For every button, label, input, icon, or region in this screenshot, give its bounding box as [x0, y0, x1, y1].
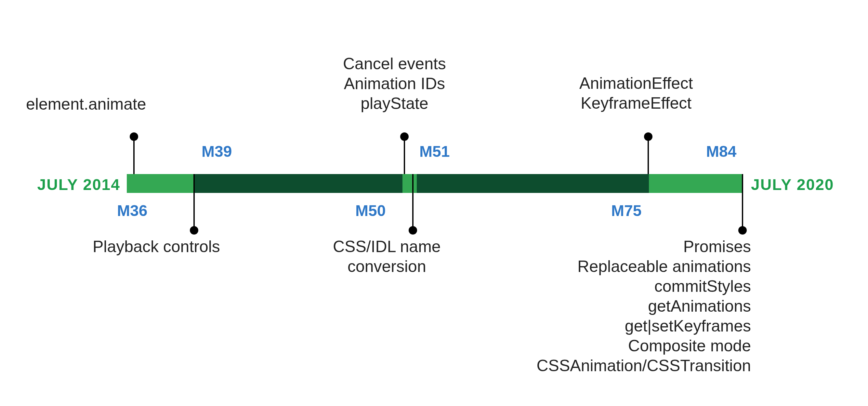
stem-m39 [193, 174, 195, 230]
timeline-bar-light-right [649, 174, 743, 193]
stem-m84 [742, 174, 743, 230]
start-date-label: JULY 2014 [37, 176, 120, 194]
stem-m75 [648, 137, 649, 174]
stem-m50 [412, 174, 413, 230]
milestone-m39: M39 [202, 143, 232, 161]
timeline-bar-dark-left [194, 174, 402, 193]
feature-m84: PromisesReplaceable animationscommitStyl… [517, 237, 751, 376]
timeline-bar-dark-right [417, 174, 649, 193]
milestone-m36: M36 [117, 202, 147, 220]
timeline-bar-light-mid [402, 174, 417, 193]
timeline-diagram: JULY 2014 JULY 2020 M36element.animateM3… [0, 0, 868, 406]
dot-m50 [409, 226, 417, 235]
milestone-m84: M84 [706, 143, 736, 161]
dot-m51 [400, 133, 409, 141]
feature-m36: element.animate [26, 94, 146, 114]
stem-m51 [404, 137, 405, 174]
dot-m36 [130, 133, 138, 141]
milestone-m51: M51 [420, 143, 450, 161]
dot-m39 [190, 226, 198, 235]
milestone-m50: M50 [355, 202, 385, 220]
timeline-bar-light-left [127, 174, 194, 193]
milestone-m75: M75 [611, 202, 642, 220]
dot-m75 [644, 133, 652, 141]
feature-m75: AnimationEffectKeyframeEffect [579, 74, 693, 113]
feature-m50: CSS/IDL nameconversion [333, 237, 441, 277]
end-date-label: JULY 2020 [751, 176, 834, 194]
feature-m51: Cancel eventsAnimation IDsplayState [343, 54, 446, 114]
dot-m84 [738, 226, 747, 235]
stem-m36 [133, 137, 134, 174]
feature-m39: Playback controls [93, 237, 220, 257]
